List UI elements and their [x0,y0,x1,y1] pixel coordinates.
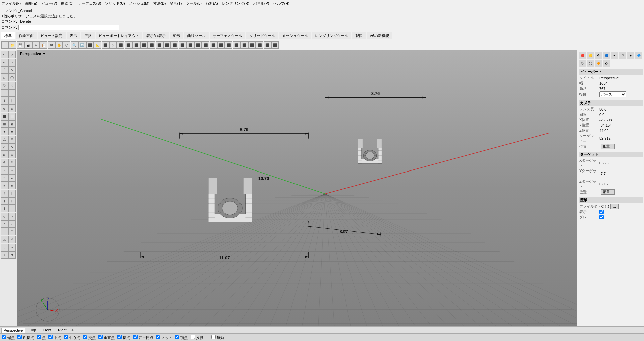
lt-btn-26-1[interactable]: ⌘ [8,251,16,259]
toolbar-btn-26[interactable]: ⬛ [202,41,209,49]
lt-btn-2-1[interactable]: ∿ [8,66,16,74]
toolbar-btn-19[interactable]: ⬛ [148,41,155,49]
lt-btn-10-0[interactable]: ◈ [1,128,8,135]
toolbar-btn-29[interactable]: ⬛ [225,41,232,49]
rp-icon-1[interactable]: 🔴 [579,52,586,59]
lt-btn-25-0[interactable]: ⌕ [1,244,8,251]
lt-btn-5-1[interactable]: ⁞ [8,89,16,97]
lt-btn-8-0[interactable]: ⬛ [1,113,8,120]
lt-btn-18-0[interactable]: ⌇ [1,190,8,197]
pos2-button[interactable]: 配置... [601,189,615,195]
command-input-field[interactable] [18,25,119,30]
viewport-tab-right[interactable]: Right [56,328,69,332]
viewport-tab-front[interactable]: Front [41,328,53,332]
viewport-tab-add[interactable]: + [71,327,74,333]
lt-btn-22-1[interactable]: ⌐ [8,220,16,228]
toolbar-btn-23[interactable]: ⬛ [179,41,186,49]
toolbar-tab-0[interactable]: 標準 [1,32,15,39]
lt-btn-6-1[interactable]: ⌈ [8,97,16,105]
toolbar-btn-17[interactable]: ⬛ [132,41,140,49]
toolbar-tab-11[interactable]: メッシュツール [279,32,311,39]
lt-btn-3-1[interactable]: ◯ [8,74,16,81]
menu-item-D[interactable]: 寸法(D) [153,1,166,6]
lt-btn-19-0[interactable]: ⌉ [1,197,8,205]
rp-icon-8[interactable]: 🔷 [635,52,642,59]
lt-btn-20-1[interactable]: ⌌ [8,205,16,212]
lt-btn-13-0[interactable]: ⊞ [1,151,8,158]
lt-btn-17-0[interactable]: ⌅ [1,182,8,189]
toolbar-tab-4[interactable]: 選択 [81,32,95,39]
viewport[interactable]: Perspective ▼ [17,50,577,326]
lt-btn-15-0[interactable]: ⌁ [1,166,8,174]
lt-btn-0-0[interactable]: ↖ [1,51,8,58]
lt-btn-7-0[interactable]: ⊕ [1,105,8,112]
lt-btn-4-0[interactable]: ⬡ [1,82,8,89]
filename-browse-button[interactable]: … [610,204,619,209]
lt-btn-19-1[interactable]: ⌊ [8,197,16,205]
osnap-tangent-check[interactable] [117,335,122,339]
toolbar-btn-13[interactable]: ⬛ [102,41,109,49]
menu-item-C[interactable]: 曲線(C) [61,1,73,6]
lt-btn-16-0[interactable]: ⌃ [1,174,8,182]
lt-btn-10-1[interactable]: ◉ [8,128,16,135]
menu-item-A[interactable]: 解析(A) [206,1,218,6]
lt-btn-24-1[interactable]: ⌔ [8,236,16,243]
lt-btn-0-1[interactable]: ↗ [8,51,16,58]
toolbar-btn-5[interactable]: 📋 [40,41,47,49]
lt-btn-11-0[interactable]: △ [1,136,8,143]
toolbar-btn-25[interactable]: ⬛ [194,41,202,49]
toolbar-tab-13[interactable]: 製図 [352,32,366,39]
toolbar-btn-33[interactable]: ⬛ [256,41,263,49]
rp-icon-3[interactable]: ⚙ [595,52,602,59]
osnap-vertex-check[interactable] [175,335,179,339]
osnap-point-check[interactable] [37,335,41,339]
osnap-disabled-check[interactable] [211,335,216,339]
lt-btn-26-0[interactable]: ⌗ [1,251,8,259]
toolbar-tab-6[interactable]: 表示/非表示 [143,32,169,39]
rp-icon-6[interactable]: □ [619,52,626,59]
lt-btn-1-1[interactable]: ↘ [8,59,16,66]
toolbar-tab-2[interactable]: ビューの設定 [38,32,66,39]
osnap-endpoint-check[interactable] [2,335,6,339]
lt-btn-23-1[interactable]: ⌒ [8,228,16,235]
toolbar-btn-1[interactable]: 📁 [9,41,16,49]
lt-btn-14-0[interactable]: ⊛ [1,159,8,166]
toolbar-tab-7[interactable]: 変形 [170,32,183,39]
toolbar-btn-9[interactable]: 🔍 [71,41,78,49]
osnap-midpoint-check[interactable] [48,335,53,339]
lt-btn-21-0[interactable]: ⌍ [1,213,8,220]
toolbar-tab-14[interactable]: V6の新機能 [367,32,392,39]
lt-btn-24-0[interactable]: ⌓ [1,236,8,243]
menu-item-V[interactable]: ビュー(V) [41,1,57,6]
lt-btn-9-1[interactable]: ▩ [8,120,16,128]
lt-btn-17-1[interactable]: ⌆ [8,182,16,189]
osnap-proj-check[interactable] [191,335,195,339]
viewport-tab-top[interactable]: Top [28,328,38,332]
lt-btn-4-1[interactable]: ◇ [8,82,16,89]
rp-icon-12[interactable]: ◐ [603,60,610,67]
rp-icon-9[interactable]: ⬡ [579,60,586,67]
lt-btn-21-1[interactable]: ⌎ [8,213,16,220]
toolbar-btn-0[interactable]: ⬜ [1,41,9,49]
toolbar-btn-16[interactable]: ⬛ [125,41,132,49]
toolbar-btn-22[interactable]: ⬛ [171,41,178,49]
lt-btn-15-1[interactable]: ⌂ [8,166,16,174]
toolbar-btn-21[interactable]: ⬛ [163,41,171,49]
osnap-quad-check[interactable] [133,335,138,339]
lt-btn-8-1[interactable]: ⬜ [8,113,16,120]
toolbar-btn-30[interactable]: ⬛ [233,41,240,49]
lt-btn-6-0[interactable]: ⌇ [1,97,8,105]
menu-item-R[interactable]: レンダリング(R) [222,1,249,6]
rp-icon-2[interactable]: 🟡 [587,52,594,59]
toolbar-btn-8[interactable]: ⬡ [63,41,70,49]
rp-icon-7[interactable]: ◈ [627,52,634,59]
menu-item-U[interactable]: ソリッド(U) [105,1,125,6]
menu-item-M[interactable]: メッシュ(M) [129,1,150,6]
lt-btn-13-1[interactable]: ⊟ [8,151,16,158]
rp-icon-10[interactable]: ◯ [587,60,594,67]
menu-item-F[interactable]: ファイル(F) [1,1,21,6]
lt-btn-2-0[interactable]: ⌒ [1,66,8,74]
toolbar-btn-32[interactable]: ⬛ [248,41,256,49]
toolbar-tab-9[interactable]: サーフェスツール [210,32,245,39]
proj-select[interactable]: パース 平行 [599,91,626,97]
